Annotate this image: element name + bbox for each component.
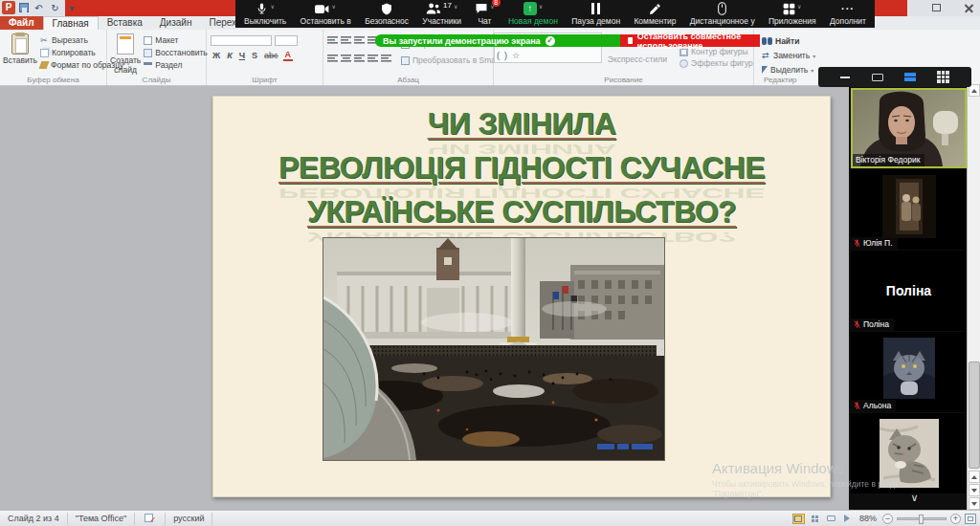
columns-icon[interactable] xyxy=(381,55,391,62)
italic-icon[interactable]: К xyxy=(225,51,234,60)
apps-grid-icon xyxy=(783,3,795,15)
new-share-button[interactable]: ↑∨ Новая демон xyxy=(505,0,561,28)
shape-effects-button[interactable]: Эффекты фигур xyxy=(679,57,753,69)
participant-name-label: Поліна xyxy=(851,318,894,331)
slide-indicator[interactable]: Слайд 2 из 4 xyxy=(0,513,68,525)
paste-button[interactable]: Вставить xyxy=(3,33,37,70)
stop-share-button[interactable]: Остановить совместное использование xyxy=(620,34,760,47)
speaker-view-icon[interactable] xyxy=(872,74,883,81)
participants-button[interactable]: 17∨ Участники xyxy=(419,0,464,28)
tab-file[interactable]: Файл xyxy=(0,16,43,30)
undo-icon[interactable]: ↶ xyxy=(33,2,45,14)
security-button[interactable]: Безопаснос xyxy=(362,0,412,28)
scroll-split-down-button[interactable] xyxy=(969,484,980,496)
pause-share-button[interactable]: Пауза демон xyxy=(568,0,623,28)
align-right-icon[interactable] xyxy=(354,55,365,62)
mute-button[interactable]: ∨ Выключить xyxy=(241,0,289,28)
spellcheck-button[interactable] xyxy=(135,513,166,525)
chevron-down-icon[interactable]: ∨ xyxy=(454,3,457,10)
chat-button[interactable]: 8∨ Чат xyxy=(472,0,497,28)
layout-button[interactable]: Макет xyxy=(144,34,207,46)
chevron-down-icon[interactable]: ∨ xyxy=(797,3,801,10)
powerpoint-logo-icon[interactable]: P xyxy=(2,1,15,14)
chevron-down-icon[interactable]: ∨ xyxy=(331,3,335,10)
sidebar-scrollbar[interactable] xyxy=(967,84,980,510)
participant-tile[interactable]: Юлія П. xyxy=(851,169,967,250)
shape-icon[interactable]: ☆ xyxy=(512,49,520,62)
new-slide-button[interactable]: Создать слайд xyxy=(110,33,141,75)
tab-home[interactable]: Главная xyxy=(43,16,99,30)
zoom-out-button[interactable]: − xyxy=(882,514,893,524)
chevron-down-icon[interactable]: ∨ xyxy=(539,3,543,10)
scroll-down-button[interactable] xyxy=(969,497,980,510)
stop-video-button[interactable]: ∨ Остановить в xyxy=(298,0,354,28)
screen-share-banner: Вы запустили демонстрацию экрана ✓ xyxy=(375,34,620,47)
indent-icon[interactable] xyxy=(354,36,365,44)
strikethrough-icon[interactable]: abc xyxy=(262,51,280,60)
annotate-button[interactable]: Комментир xyxy=(631,0,679,28)
minimize-video-icon[interactable] xyxy=(840,77,850,78)
participant-tile[interactable] xyxy=(851,413,967,493)
normal-view-button[interactable] xyxy=(792,514,805,524)
zoom-in-button[interactable]: + xyxy=(950,514,961,524)
scrollbar-thumb[interactable] xyxy=(969,362,980,469)
fit-slide-to-window-button[interactable] xyxy=(965,514,976,524)
theme-indicator[interactable]: "Тема Office" xyxy=(68,513,135,525)
tab-insert[interactable]: Вставка xyxy=(99,16,151,30)
tab-design[interactable]: Дизайн xyxy=(151,16,201,30)
gallery-view-icon[interactable] xyxy=(937,71,949,83)
slideshow-view-button[interactable] xyxy=(841,514,854,524)
shield-icon xyxy=(381,3,392,15)
align-left-icon[interactable] xyxy=(327,55,338,62)
redo-icon[interactable]: ↻ xyxy=(49,2,61,14)
qat-dropdown-icon[interactable]: ▾ xyxy=(65,2,78,14)
replace-button[interactable]: ⇄Заменить▾ xyxy=(762,50,873,61)
find-button[interactable]: Найти xyxy=(762,35,873,47)
zoom-slider-thumb[interactable] xyxy=(919,515,924,524)
participant-tile[interactable]: Вікторія Федорик xyxy=(851,88,967,168)
group-clipboard: Вставить ✂Вырезать Копировать Формат по … xyxy=(0,30,107,85)
slide-title[interactable]: ЧИ ЗМІНИЛАЧИ ЗМІНИЛА РЕВОЛЮЦІЯ ГІДНОСТІ … xyxy=(223,104,820,236)
remote-control-button[interactable]: Дистанционное у xyxy=(687,0,758,28)
shape-effects-icon xyxy=(679,59,688,68)
font-size-input[interactable] xyxy=(275,35,298,46)
strip-view-icon[interactable] xyxy=(904,73,916,81)
save-icon[interactable] xyxy=(19,3,29,12)
group-label-slides: Слайды xyxy=(107,76,206,84)
underline-icon[interactable]: Ч xyxy=(237,51,247,60)
section-button[interactable]: Раздел xyxy=(144,59,207,71)
slide-canvas[interactable]: ЧИ ЗМІНИЛАЧИ ЗМІНИЛА РЕВОЛЮЦІЯ ГІДНОСТІ … xyxy=(212,96,831,497)
bullets-icon[interactable] xyxy=(327,36,338,44)
quick-access-toolbar: P ↶ ↻ ▾ xyxy=(2,1,78,14)
remote-control-label: Дистанционное у xyxy=(690,16,755,26)
more-button[interactable]: ··· Дополнит xyxy=(827,0,869,28)
slide-sorter-view-button[interactable] xyxy=(809,514,821,524)
chevron-down-icon[interactable]: ∨ xyxy=(270,3,274,10)
align-center-icon[interactable] xyxy=(341,55,351,62)
font-name-input[interactable] xyxy=(211,35,272,46)
quick-styles-button[interactable]: Экспресс-стили xyxy=(608,54,672,65)
maximize-button[interactable] xyxy=(926,2,946,14)
participant-tile[interactable]: Альона xyxy=(851,332,967,412)
language-indicator[interactable]: русский xyxy=(166,513,212,525)
chat-badge: 8 xyxy=(492,0,501,7)
numbering-icon[interactable] xyxy=(341,36,351,44)
justify-icon[interactable] xyxy=(368,55,378,62)
shadow-icon[interactable]: S xyxy=(250,51,259,60)
scroll-split-up-button[interactable] xyxy=(969,471,980,483)
participant-tile[interactable]: Поліна Поліна xyxy=(851,251,967,331)
shape-icon[interactable]: ) xyxy=(504,49,507,62)
apps-button[interactable]: ∨ Приложения xyxy=(766,0,819,28)
reading-view-button[interactable] xyxy=(825,514,837,524)
close-button[interactable] xyxy=(959,2,978,14)
zoom-slider[interactable] xyxy=(897,517,947,520)
zoom-level[interactable]: 88% xyxy=(859,514,877,523)
bold-icon[interactable]: Ж xyxy=(211,51,222,60)
reset-button[interactable]: Восстановить xyxy=(144,47,207,58)
muted-mic-icon xyxy=(854,239,860,248)
font-color-icon[interactable]: A xyxy=(283,50,294,61)
collapse-videos-chevron[interactable]: ∨ xyxy=(910,493,918,502)
shape-icon[interactable]: ( xyxy=(497,49,500,62)
slide-title-line: УКРАЇНСЬКЕ СУСПІЛЬСТВО? xyxy=(223,192,820,230)
maidan-photo[interactable] xyxy=(323,238,664,460)
